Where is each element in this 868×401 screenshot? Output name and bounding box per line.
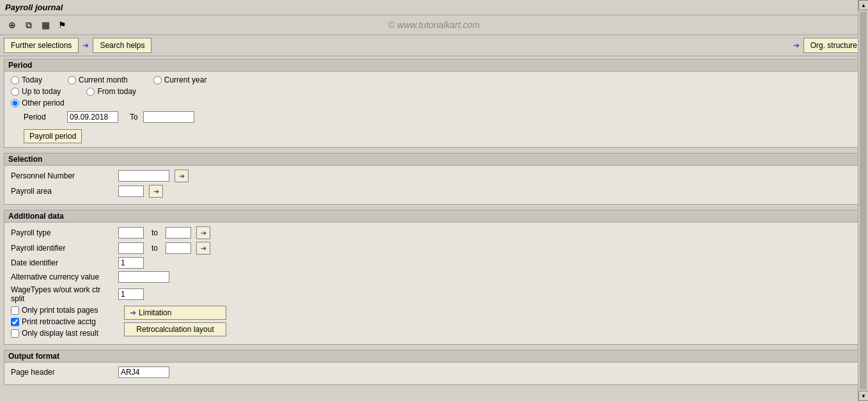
tab-bar: Further selections ➔ Search helps ➔ Org.… (0, 35, 868, 56)
payroll-identifier-row: Payroll identifier to ➔ (11, 242, 857, 255)
period-field-label: Period (24, 113, 62, 122)
payroll-identifier-to-label: to (151, 244, 158, 253)
copy-icon[interactable]: ⧉ (22, 18, 36, 32)
title-bar: Payroll journal (0, 0, 868, 15)
additional-data-body: Payroll type to ➔ Payroll identifier to … (4, 223, 864, 344)
from-today-label: From today (97, 87, 136, 96)
retro-button[interactable]: Retrocalculation layout (124, 322, 226, 336)
limitation-label: Limitation (139, 308, 171, 317)
selection-header: Selection (4, 153, 864, 166)
limitation-arrow-icon: ➔ (130, 308, 136, 317)
print-retroactive-checkbox[interactable] (11, 318, 19, 326)
scroll-up-arrow[interactable]: ▲ (858, 0, 868, 10)
info-icon[interactable]: ▦ (38, 18, 52, 32)
date-identifier-label: Date identifier (11, 258, 113, 267)
print-retroactive-row: Print retroactive acctg (11, 317, 98, 326)
payroll-type-arrow: ➔ (201, 229, 206, 237)
current-month-radio[interactable] (68, 76, 76, 84)
personnel-number-lookup-btn[interactable]: ➔ (174, 169, 189, 182)
up-to-today-label: Up to today (22, 87, 61, 96)
scroll-thumb[interactable] (860, 12, 867, 389)
further-selections-tab[interactable]: Further selections (4, 38, 79, 53)
alt-currency-input[interactable] (118, 271, 169, 283)
only-print-totals-row: Only print totals pages (11, 306, 98, 315)
period-row-3: Other period (11, 98, 857, 107)
current-year-label: Current year (164, 75, 207, 84)
period-body: Today Current month Current year Up to t… (4, 72, 864, 147)
page-header-row: Page header (11, 366, 857, 378)
payroll-type-to-label: to (151, 228, 158, 237)
arrow-icon-1: ➔ (82, 41, 89, 50)
current-year-radio-item[interactable]: Current year (153, 75, 207, 84)
period-input-row: Period To (24, 111, 857, 123)
org-structure-label: Org. structure (810, 41, 857, 50)
wage-types-label: WageTypes w/out work ctr split (11, 285, 113, 303)
payroll-identifier-to-input[interactable] (166, 242, 191, 254)
payroll-identifier-lookup-btn[interactable]: ➔ (196, 242, 210, 255)
toolbar: ⊕ ⧉ ▦ ⚑ © www.tutorialkart.com (0, 15, 868, 35)
selection-body: Personnel Number ➔ Payroll area ➔ (4, 166, 864, 204)
wage-types-input[interactable] (118, 288, 144, 300)
personnel-lookup-arrow: ➔ (179, 172, 185, 180)
payroll-identifier-label: Payroll identifier (11, 244, 113, 253)
period-from-input[interactable] (67, 111, 118, 123)
current-year-radio[interactable] (153, 76, 162, 84)
only-display-last-checkbox[interactable] (11, 329, 19, 338)
payroll-identifier-from-input[interactable] (118, 242, 144, 254)
period-row-2: Up to today From today (11, 87, 857, 96)
from-today-radio[interactable] (86, 88, 95, 96)
alt-currency-label: Alternative currency value (11, 272, 113, 281)
to-label: To (130, 113, 138, 122)
personnel-number-label: Personnel Number (11, 171, 113, 180)
only-print-totals-checkbox[interactable] (11, 306, 19, 315)
additional-data-header: Additional data (4, 210, 864, 223)
alt-currency-row: Alternative currency value (11, 271, 857, 283)
other-period-radio[interactable] (11, 99, 19, 107)
arrow-icon-2: ➔ (793, 41, 800, 50)
limitation-button[interactable]: ➔ Limitation (124, 306, 226, 320)
period-radio-group: Today Current month Current year Up to t… (11, 75, 857, 107)
payroll-area-lookup-arrow: ➔ (153, 187, 159, 196)
print-retroactive-label: Print retroactive acctg (22, 317, 96, 326)
payroll-period-button[interactable]: Payroll period (24, 129, 82, 143)
output-format-header: Output format (4, 350, 864, 363)
other-period-label: Other period (22, 98, 65, 107)
up-to-today-radio-item[interactable]: Up to today (11, 87, 61, 96)
clock-icon[interactable]: ⊕ (5, 18, 19, 32)
personnel-number-input[interactable] (118, 170, 169, 182)
main-content: Period Today Current month Current year (0, 56, 868, 401)
retro-label: Retrocalculation layout (136, 325, 213, 334)
period-row-1: Today Current month Current year (11, 75, 857, 84)
payroll-area-lookup-btn[interactable]: ➔ (149, 185, 163, 198)
org-structure-tab[interactable]: Org. structure (803, 38, 864, 53)
selection-section: Selection Personnel Number ➔ Payroll are… (4, 153, 864, 205)
today-radio[interactable] (11, 76, 19, 84)
search-helps-tab[interactable]: Search helps (93, 38, 151, 53)
checkboxes-buttons-row: Only print totals pages Print retroactiv… (11, 306, 857, 340)
up-to-today-radio[interactable] (11, 88, 19, 96)
payroll-type-lookup-btn[interactable]: ➔ (196, 226, 210, 239)
page-header-label: Page header (11, 368, 113, 377)
period-header: Period (4, 59, 864, 72)
flag-icon[interactable]: ⚑ (55, 18, 69, 32)
scroll-down-arrow[interactable]: ▼ (858, 391, 868, 401)
payroll-type-label: Payroll type (11, 228, 113, 237)
today-radio-item[interactable]: Today (11, 75, 42, 84)
page-title: Payroll journal (5, 3, 63, 12)
output-format-body: Page header (4, 363, 864, 384)
current-month-radio-item[interactable]: Current month (68, 75, 128, 84)
personnel-number-row: Personnel Number ➔ (11, 169, 857, 182)
payroll-type-from-input[interactable] (118, 227, 144, 239)
period-section: Period Today Current month Current year (4, 59, 864, 148)
search-helps-label: Search helps (100, 41, 144, 50)
date-identifier-input[interactable] (118, 257, 144, 269)
wage-types-row: WageTypes w/out work ctr split (11, 285, 857, 303)
payroll-area-label: Payroll area (11, 187, 113, 196)
period-to-input[interactable] (143, 111, 194, 123)
page-header-input[interactable] (118, 366, 169, 378)
payroll-type-to-input[interactable] (166, 227, 191, 239)
payroll-area-input[interactable] (118, 185, 144, 197)
other-period-radio-item[interactable]: Other period (11, 98, 65, 107)
from-today-radio-item[interactable]: From today (86, 87, 136, 96)
only-print-totals-label: Only print totals pages (22, 306, 98, 315)
